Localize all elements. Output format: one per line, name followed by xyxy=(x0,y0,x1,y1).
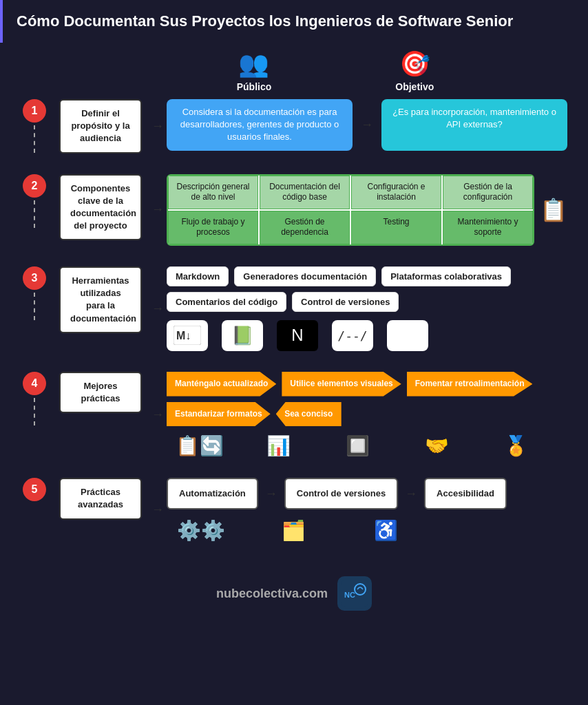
advanced-box-0: Automatización xyxy=(167,478,258,509)
header: Cómo Documentan Sus Proyectos los Ingeni… xyxy=(0,0,588,43)
step-1-arrow: → xyxy=(151,119,164,134)
step-2-left: 2 xyxy=(21,174,48,228)
adv-arrow-1: → xyxy=(265,487,277,501)
step-1-left: 1 xyxy=(21,99,48,153)
notepad-icon: 📋 xyxy=(540,197,567,223)
objetivo-icon-group: 🎯 Objetivo xyxy=(395,50,434,92)
practice-icon-3: 🤝 xyxy=(404,434,470,457)
step-5-arrow: → xyxy=(151,503,164,517)
svg-text:M↓: M↓ xyxy=(176,330,191,341)
step-3-content-row: Herramientas utilizadas para la document… xyxy=(48,266,567,351)
practice-icon-0: 📋🔄 xyxy=(167,434,232,457)
adv-arrow-2: → xyxy=(405,487,417,501)
tool-icons-row: M↓ 📗 N /--/ ⬤ xyxy=(167,320,567,351)
publico-label: Público xyxy=(237,81,272,92)
footer-site: nubecolectiva.com xyxy=(216,587,328,601)
step-2-content: Descripción general de alto nivel Docume… xyxy=(167,174,567,246)
step-2-grid: Descripción general de alto nivel Docume… xyxy=(167,174,534,246)
publico-icon: 👥 xyxy=(238,50,269,78)
objetivo-icon: 🎯 xyxy=(399,50,430,78)
advanced-box-2: Accesibilidad xyxy=(424,478,507,509)
step-4-number: 4 xyxy=(23,372,46,395)
grid-cell-0: Descripción general de alto nivel xyxy=(168,176,258,209)
step-1-box: Definir el propósito y la audiencia xyxy=(59,99,142,154)
step-3-line xyxy=(34,293,35,320)
grid-cell-7: Mantenimiento y soporte xyxy=(443,211,533,244)
page-title: Cómo Documentan Sus Proyectos los Ingeni… xyxy=(17,12,513,30)
step-4-row: 4 Mejores prácticas → Manténgalo actuali… xyxy=(21,372,567,457)
step-1-cyan-box: ¿Es para incorporación, mantenimiento o … xyxy=(381,99,567,151)
step-1-mid-arrow: → xyxy=(361,118,373,132)
step-2-row: 2 Componentes clave de la documentación … xyxy=(21,174,567,246)
generator-icon: 📗 xyxy=(222,320,263,351)
notion-icon: N xyxy=(277,320,318,351)
grid-cell-1: Documentación del código base xyxy=(260,176,350,209)
step-3-row: 3 Herramientas utilizadas para la docume… xyxy=(21,266,567,351)
step-2-content-row: Componentes clave de la documentación de… xyxy=(48,174,567,246)
step-4-content-row: Mejores prácticas → Manténgalo actualiza… xyxy=(48,372,567,457)
step-1-row: 1 Definir el propósito y la audiencia → … xyxy=(21,99,567,154)
tool-label-3: Comentarios del código xyxy=(167,292,286,312)
step-5-content-row: Prácticas avanzadas → Automatización → C… xyxy=(48,478,567,542)
practice-icon-4: 🏅 xyxy=(483,434,549,457)
advanced-icons: ⚙️⚙️ 🗂️ ♿ xyxy=(167,519,567,542)
tool-label-0: Markdown xyxy=(167,266,229,286)
practice-0: Manténgalo actualizado xyxy=(167,372,276,397)
practice-2: Fomentar retroalimentación xyxy=(407,372,533,397)
step-3-left: 3 xyxy=(21,266,48,320)
step-4-box: Mejores prácticas xyxy=(59,372,142,413)
code-comment-icon: /--/ xyxy=(332,320,373,351)
step-5-row: 5 Prácticas avanzadas → Automatización →… xyxy=(21,478,567,542)
practice-3: Estandarizar formatos xyxy=(167,402,271,427)
step-2-grid-container: Descripción general de alto nivel Docume… xyxy=(167,174,567,246)
step-1-content-row: Definir el propósito y la audiencia → Co… xyxy=(48,99,567,154)
step-5-number: 5 xyxy=(23,478,46,501)
automation-icon: ⚙️⚙️ xyxy=(167,519,235,542)
practice-icon-1: 📊 xyxy=(246,434,311,457)
step-4-line xyxy=(34,398,35,425)
step-4-left: 4 xyxy=(21,372,48,425)
practice-4: Sea conciso xyxy=(276,402,342,427)
practice-icons: 📋🔄 📊 🔲 🤝 🏅 xyxy=(167,434,567,457)
step-3-box: Herramientas utilizadas para la document… xyxy=(59,266,142,333)
step-4-arrow: → xyxy=(151,408,164,422)
step-3-arrow: → xyxy=(151,302,164,316)
tool-label-2: Plataformas colaborativas xyxy=(381,266,511,286)
icons-row: 👥 Público 🎯 Objetivo xyxy=(103,50,567,92)
practice-1: Utilice elementos visuales xyxy=(282,372,401,397)
grid-cell-4: Flujo de trabajo y procesos xyxy=(168,211,258,244)
step-5-left: 5 xyxy=(21,478,48,501)
step-4-content: Manténgalo actualizado Utilice elementos… xyxy=(167,372,567,457)
github-icon: ⬤ xyxy=(387,320,428,351)
flow: 1 Definir el propósito y la audiencia → … xyxy=(21,99,567,562)
footer-logo: NC xyxy=(337,576,372,611)
footer: nubecolectiva.com NC xyxy=(21,562,567,624)
step-3-content: Markdown Generadores documentación Plata… xyxy=(167,266,567,351)
step-1-blue-box: Considera si la documentación es para de… xyxy=(167,99,353,151)
versioning-icon: 🗂️ xyxy=(259,519,328,542)
advanced-row: Automatización → Control de versiones → … xyxy=(167,478,567,509)
step-2-box: Componentes clave de la documentación de… xyxy=(59,174,142,241)
practices-row: Manténgalo actualizado Utilice elementos… xyxy=(167,372,567,426)
step-5-content: Automatización → Control de versiones → … xyxy=(167,478,567,542)
step-2-number: 2 xyxy=(23,174,46,198)
grid-cell-3: Gestión de la configuración xyxy=(443,176,533,209)
grid-cell-6: Testing xyxy=(351,211,441,244)
svg-text:NC: NC xyxy=(344,591,355,599)
accessibility-icon: ♿ xyxy=(351,519,420,542)
tool-label-1: Generadores documentación xyxy=(234,266,376,286)
step-3-number: 3 xyxy=(23,266,46,290)
objetivo-label: Objetivo xyxy=(395,81,434,92)
markdown-icon: M↓ xyxy=(167,320,208,351)
step-1-line xyxy=(34,125,35,153)
grid-cell-2: Configuración e instalación xyxy=(351,176,441,209)
step-1-number: 1 xyxy=(23,99,46,123)
step-1-content: Considera si la documentación es para de… xyxy=(167,99,567,151)
step-1-boxes: Considera si la documentación es para de… xyxy=(167,99,567,151)
grid-cell-5: Gestión de dependencia xyxy=(260,211,350,244)
advanced-box-1: Control de versiones xyxy=(284,478,398,509)
tools-labels: Markdown Generadores documentación Plata… xyxy=(167,266,567,312)
step-2-line xyxy=(34,200,35,228)
step-2-arrow: → xyxy=(151,202,164,217)
step-5-box: Prácticas avanzadas xyxy=(59,478,142,519)
